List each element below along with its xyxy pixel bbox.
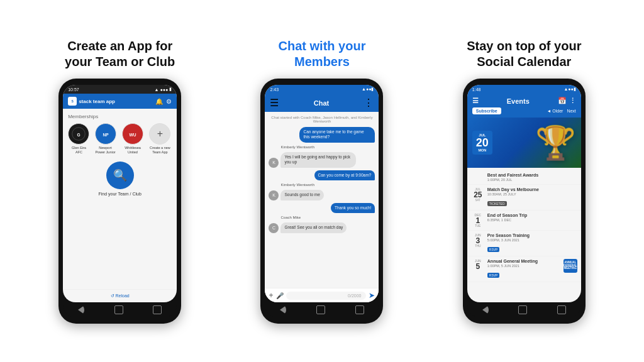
status-bar-team: 10:57 ▲ ●●● ▮ bbox=[63, 85, 177, 94]
mic-icon[interactable]: 🎤 bbox=[276, 292, 284, 299]
bubble-text: Great! See you all on match day bbox=[280, 222, 347, 233]
add-label: Create a new Team App bbox=[148, 146, 172, 154]
phone-chat: 2:43 ▲●●▮ ☰ Chat ⋮ Chat started with Coa… bbox=[260, 79, 383, 324]
gear-icon[interactable]: ⚙ bbox=[166, 98, 172, 105]
event-item-2[interactable]: JUL 25 SAT Match Day vs Melbourne 10:30A… bbox=[467, 185, 581, 211]
glen-label: Glen Eira AFC bbox=[68, 146, 90, 154]
home-button[interactable] bbox=[316, 305, 325, 314]
status-time: 10:57 bbox=[68, 87, 79, 92]
reload-button[interactable]: ↺ Reload bbox=[111, 293, 130, 299]
events-header-top: ☰ Events 📅 ⋮ bbox=[472, 97, 576, 105]
events-list: Best and Fairest Awards 1:00PM, 20 JUL J… bbox=[467, 168, 581, 302]
recents-button[interactable] bbox=[153, 305, 162, 314]
trophy-icon: 🏆 bbox=[535, 124, 576, 162]
whittlesea-label: Whittlesea United bbox=[121, 146, 144, 154]
svg-text:G: G bbox=[77, 133, 80, 137]
home-button[interactable] bbox=[518, 305, 527, 314]
app1-footer: ↺ Reload bbox=[63, 289, 177, 302]
chat-footer: + 🎤 0/2000 ➤ bbox=[265, 288, 379, 302]
event-time-3: 6:35PM, 1 DEC bbox=[487, 218, 577, 222]
ticketed-tag: TICKETED bbox=[487, 201, 507, 206]
phone-nav-bar-cal bbox=[467, 302, 581, 317]
chat-message-3: Can you come by at 9:00am? bbox=[269, 170, 375, 180]
memberships-row: G Glen Eira AFC NP Newport Power Juni bbox=[68, 123, 172, 154]
membership-newport[interactable]: NP Newport Power Junior bbox=[94, 123, 117, 154]
sender-name-coach: Coach Mike bbox=[280, 216, 375, 219]
event-item-1[interactable]: Best and Fairest Awards 1:00PM, 20 JUL bbox=[467, 170, 581, 185]
bubble-text: Can anyone take me to the game this week… bbox=[299, 127, 375, 143]
event-info-3: End of Season Trip 6:35PM, 1 DEC bbox=[487, 213, 577, 222]
older-link[interactable]: ◄ Older bbox=[547, 109, 563, 113]
memberships-label: Memberships bbox=[68, 114, 172, 119]
signal-icon: ●●● bbox=[160, 87, 168, 92]
bell-icon[interactable]: 🔔 bbox=[155, 98, 163, 105]
rsvp-tag-4: RSVP bbox=[487, 247, 500, 252]
add-team-btn[interactable]: + Create a new Team App bbox=[148, 123, 172, 154]
home-button[interactable] bbox=[114, 305, 123, 314]
attach-icon[interactable]: + bbox=[269, 291, 273, 300]
section-title-calendar: Stay on top of your Social Calendar bbox=[467, 38, 581, 70]
chat-title: Chat bbox=[279, 99, 364, 107]
rsvp-tag-5: RSVP bbox=[487, 273, 500, 278]
phone-team: 10:57 ▲ ●●● ▮ S stack team app 🔔 ⚙ bbox=[58, 79, 181, 324]
event-title-3: End of Season Trip bbox=[487, 213, 577, 217]
chat-message-5: Thank you so much! bbox=[269, 203, 375, 213]
event-item-3[interactable]: DEC 1 TUE End of Season Trip 6:35PM, 1 D… bbox=[467, 211, 581, 231]
section-title-team: Create an App for your Team or Club bbox=[65, 38, 175, 70]
back-button[interactable] bbox=[482, 305, 489, 314]
next-link[interactable]: Next bbox=[567, 109, 575, 113]
agm-icon: ANNUALGENERALMEETING bbox=[564, 259, 577, 273]
status-bar-calendar: 1:48 ▲●●▮ bbox=[467, 85, 581, 94]
event-time-5: 1:00PM, 5 JUN 2021 bbox=[487, 264, 561, 268]
events-nav: Subscribe ◄ Older Next bbox=[472, 107, 576, 114]
bubble-text: Can you come by at 9:00am? bbox=[314, 170, 375, 180]
subscribe-button[interactable]: Subscribe bbox=[472, 107, 501, 114]
status-icons-chat: ▲●●▮ bbox=[362, 87, 374, 92]
search-icon[interactable]: 🔍 bbox=[106, 162, 134, 189]
hamburger-icon[interactable]: ☰ bbox=[270, 97, 279, 109]
avatar-kimberly: K bbox=[269, 158, 279, 168]
bubble-text: Thank you so much! bbox=[331, 203, 375, 213]
event-item-4[interactable]: JUN 3 THU Pre Season Training 5:00PM, 3 … bbox=[467, 231, 581, 256]
more-icon-cal[interactable]: ⋮ bbox=[569, 97, 576, 105]
event-item-5[interactable]: JUN 5 Annual General Meeting 1:00PM, 5 J… bbox=[467, 256, 581, 282]
wifi-icon-chat: ▲●●▮ bbox=[362, 87, 374, 92]
hamburger-icon-cal[interactable]: ☰ bbox=[472, 97, 479, 105]
phone-nav-bar bbox=[63, 302, 177, 317]
membership-glen[interactable]: G Glen Eira AFC bbox=[68, 123, 90, 154]
chat-message-6: C Great! See you all on match day bbox=[269, 222, 375, 233]
system-message: Chat started with Coach Mike, Jason Hell… bbox=[269, 116, 375, 123]
phone-screen-team: 10:57 ▲ ●●● ▮ S stack team app 🔔 ⚙ bbox=[63, 85, 177, 302]
section-title-chat: Chat with your Members bbox=[279, 38, 366, 70]
send-icon[interactable]: ➤ bbox=[369, 291, 375, 300]
back-button[interactable] bbox=[78, 305, 84, 314]
svg-text:NP: NP bbox=[103, 133, 109, 137]
section-chat: Chat with your Members 2:43 ▲●●▮ ☰ Chat … bbox=[221, 38, 423, 324]
membership-whittlesea[interactable]: WU Whittlesea United bbox=[121, 123, 144, 154]
calendar-icon[interactable]: 📅 bbox=[558, 97, 567, 105]
event-title-1: Best and Fairest Awards bbox=[487, 173, 577, 177]
event-date-2: JUL 25 SAT bbox=[471, 187, 485, 202]
app1-header: S stack team app 🔔 ⚙ bbox=[63, 94, 177, 109]
more-icon[interactable]: ⋮ bbox=[364, 97, 374, 109]
phone-screen-calendar: 1:48 ▲●●▮ ☰ Events 📅 ⋮ Subscribe ◄ Older… bbox=[467, 85, 581, 302]
wifi-icon: ▲ bbox=[155, 87, 159, 92]
recents-button[interactable] bbox=[557, 305, 566, 314]
recents-button[interactable] bbox=[355, 305, 364, 314]
chat-input[interactable]: 0/2000 bbox=[286, 292, 367, 300]
event-date-5: JUN 5 bbox=[471, 259, 485, 270]
find-team-section: 🔍 Find your Team / Club bbox=[68, 162, 172, 196]
chat-body: Chat started with Coach Mike, Jason Hell… bbox=[265, 112, 379, 288]
event-title-4: Pre Season Training bbox=[487, 233, 577, 238]
avatar-kimberly2: K bbox=[269, 190, 279, 200]
event-time-1: 1:00PM, 20 JUL bbox=[487, 178, 577, 182]
logo-glen: G bbox=[68, 123, 89, 145]
back-button[interactable] bbox=[280, 305, 286, 314]
sender-name-kimberly2: Kimberly Wentworth bbox=[280, 183, 375, 187]
battery-icon: ▮ bbox=[169, 87, 172, 92]
status-time-chat: 2:43 bbox=[270, 87, 279, 92]
bubble-text: Sounds good to me bbox=[280, 190, 323, 200]
event-info-4: Pre Season Training 5:00PM, 3 JUN 2021 R… bbox=[487, 233, 577, 253]
events-title: Events bbox=[479, 97, 558, 105]
newport-label: Newport Power Junior bbox=[94, 146, 117, 154]
